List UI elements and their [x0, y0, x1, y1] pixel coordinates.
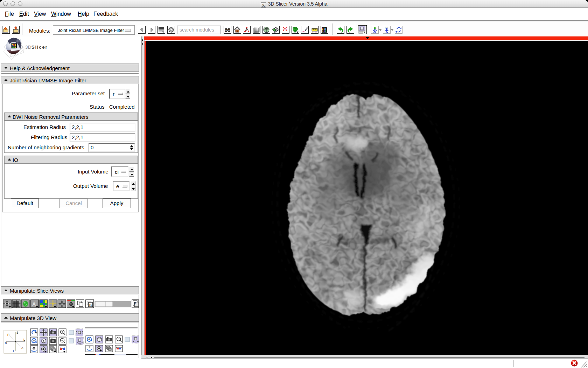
svg-text:P: P — [7, 333, 9, 336]
svg-text:A: A — [33, 301, 36, 307]
svg-text:I: I — [13, 349, 14, 353]
svg-text:S: S — [16, 331, 19, 334]
svg-text:*: * — [284, 27, 286, 32]
svg-text:R: R — [5, 341, 7, 345]
svg-text:L: L — [23, 338, 25, 341]
svg-text:A: A — [21, 346, 23, 350]
svg-text:F: F — [134, 302, 136, 305]
svg-text:*: * — [286, 29, 287, 33]
svg-text:B: B — [89, 303, 92, 307]
